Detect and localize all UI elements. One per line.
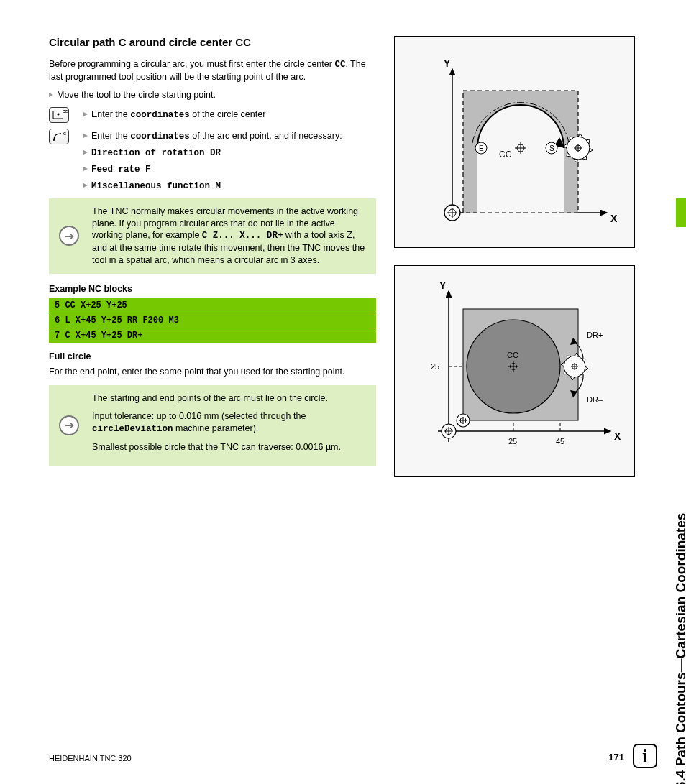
- example-heading: Example NC blocks: [49, 284, 376, 294]
- s-label: S: [549, 144, 554, 152]
- triangle-icon: [83, 183, 88, 188]
- diagram-1: X Y CC E S: [394, 36, 635, 248]
- y-axis-label-2: Y: [439, 280, 447, 291]
- triangle-icon: [49, 93, 53, 97]
- intro-paragraph: Before programming a circular arc, you m…: [49, 58, 376, 83]
- nc-code-block: 5 CC X+25 Y+25 6 L X+45 Y+25 RR F200 M3 …: [49, 298, 376, 343]
- page-heading: Circular path C around circle center CC: [49, 36, 376, 48]
- x-axis-label-2: X: [614, 430, 621, 442]
- softkey-c[interactable]: C: [49, 129, 69, 144]
- svg-text:C: C: [63, 132, 66, 136]
- cc-label-2: CC: [507, 351, 518, 359]
- arrow-right-icon: ➔: [59, 226, 79, 246]
- tab-accent: [676, 198, 686, 227]
- code-line: 6 L X+45 Y+25 RR F200 M3: [49, 313, 376, 328]
- drp-label: DR+: [587, 331, 603, 339]
- cc-label: CC: [499, 149, 512, 160]
- e-label: E: [479, 144, 484, 152]
- svg-text:CC: CC: [63, 109, 68, 114]
- diagram-2: X Y CC 25 25 45 DR+ DR–: [394, 265, 635, 477]
- softkey-cc[interactable]: CC: [49, 107, 69, 123]
- code-line: 7 C X+45 Y+25 DR+: [49, 328, 376, 343]
- footer-left: HEIDENHAIN TNC 320: [49, 754, 132, 762]
- x45-label: 45: [556, 437, 564, 446]
- x-axis-label: X: [610, 213, 618, 224]
- page-number: 171: [608, 752, 624, 762]
- softkey-step-c: C Enter the coordinates of the arc end p…: [49, 129, 376, 191]
- main-content: Circular path C around circle center CC …: [49, 36, 376, 476]
- triangle-icon: [83, 112, 88, 116]
- section-label: 6.4 Path Contours—Cartesian Coordinates: [673, 415, 686, 784]
- code-line: 5 CC X+25 Y+25: [49, 298, 376, 313]
- triangle-icon: [83, 150, 88, 155]
- info-icon: i: [633, 744, 657, 768]
- page-footer: HEIDENHAIN TNC 320 171: [49, 752, 624, 762]
- triangle-icon: [83, 134, 88, 138]
- note-box-2: ➔ The starting and end points of the arc…: [49, 385, 376, 466]
- drm-label: DR–: [587, 395, 603, 404]
- svg-point-7: [60, 133, 61, 134]
- y25-label: 25: [431, 362, 439, 371]
- full-circle-heading: Full circle: [49, 351, 376, 361]
- svg-point-6: [53, 139, 55, 141]
- x25-label: 25: [508, 437, 517, 446]
- intro-bullet: Move the tool to the circle starting poi…: [49, 89, 376, 101]
- full-circle-text: For the end point, enter the same point …: [49, 366, 376, 378]
- side-tab: 6.4 Path Contours—Cartesian Coordinates: [663, 29, 686, 431]
- triangle-icon: [83, 167, 88, 171]
- note-box-1: ➔ The TNC normally makes circular moveme…: [49, 198, 376, 274]
- softkey-step-cc: CC Enter the coordinates of the circle c…: [49, 107, 376, 124]
- diagrams-column: X Y CC E S: [394, 36, 639, 494]
- arrow-right-icon: ➔: [59, 415, 79, 435]
- y-axis-label: Y: [444, 57, 451, 69]
